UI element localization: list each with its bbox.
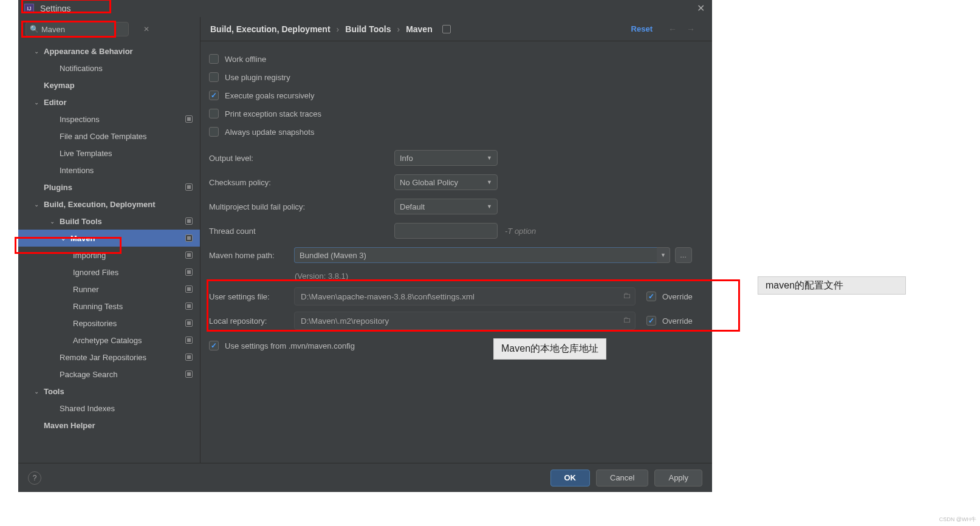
tree-inspections[interactable]: Inspections xyxy=(18,111,200,128)
main-header: Build, Execution, Deployment › Build Too… xyxy=(200,17,712,41)
search-box[interactable]: 🔍 ✕ xyxy=(26,22,129,36)
breadcrumb-c[interactable]: Maven xyxy=(406,24,433,34)
checkbox[interactable] xyxy=(209,341,219,350)
main-panel: Build, Execution, Deployment › Build Too… xyxy=(200,17,712,463)
checkbox[interactable] xyxy=(209,72,219,82)
project-badge-icon xyxy=(185,336,193,344)
tree-ignored-files[interactable]: Ignored Files xyxy=(18,264,200,281)
checkbox[interactable] xyxy=(209,109,219,118)
project-badge-icon xyxy=(185,371,193,378)
check-use-mvn-config[interactable]: Use settings from .mvn/maven.config xyxy=(209,336,700,355)
project-badge-icon xyxy=(442,25,451,33)
tree-editor[interactable]: ⌄Editor xyxy=(18,94,200,111)
select-multiproject[interactable]: Default▼ xyxy=(394,199,498,214)
check-always-update[interactable]: Always update snapshots xyxy=(209,123,700,141)
close-icon[interactable]: ✕ xyxy=(697,2,705,14)
breadcrumb-b[interactable]: Build Tools xyxy=(345,24,391,34)
breadcrumb: Build, Execution, Deployment › Build Too… xyxy=(210,24,631,34)
tree-running-tests[interactable]: Running Tests xyxy=(18,298,200,315)
chevron-down-icon: ▼ xyxy=(487,155,492,161)
check-print-exception[interactable]: Print exception stack traces xyxy=(209,104,700,123)
override-user-settings[interactable]: Override xyxy=(646,292,693,301)
checkbox[interactable] xyxy=(209,127,219,137)
tree-appearance[interactable]: ⌄Appearance & Behavior xyxy=(18,43,200,60)
project-badge-icon xyxy=(185,217,193,225)
project-badge-icon xyxy=(185,251,193,259)
tree-maven-helper[interactable]: Maven Helper xyxy=(18,417,200,434)
checkbox[interactable] xyxy=(646,292,656,301)
check-execute-goals[interactable]: Execute goals recursively xyxy=(209,86,700,104)
tree-package-search[interactable]: Package Search xyxy=(18,366,200,383)
row-user-settings: User settings file: 🗀 Override xyxy=(209,284,700,309)
watermark: CSDN @WH牛 xyxy=(939,516,976,524)
chevron-right-icon: › xyxy=(337,24,340,34)
ok-button[interactable]: OK xyxy=(550,470,591,487)
search-icon: 🔍 xyxy=(30,25,39,33)
input-thread-count[interactable] xyxy=(394,223,498,239)
reset-link[interactable]: Reset xyxy=(631,24,653,33)
tree-maven[interactable]: ⌄Maven xyxy=(18,230,200,247)
titlebar: IJ Settings ✕ xyxy=(18,0,712,17)
settings-sidebar: 🔍 ✕ ⌄Appearance & Behavior Notifications… xyxy=(18,17,200,463)
tree-plugins[interactable]: Plugins xyxy=(18,179,200,196)
nav-forward-icon[interactable]: → xyxy=(687,24,695,34)
thread-hint: -T option xyxy=(505,227,536,236)
tree-remote-jar[interactable]: Remote Jar Repositories xyxy=(18,349,200,366)
main-content: Work offline Use plugin registry Execute… xyxy=(200,41,712,463)
project-badge-icon xyxy=(185,115,193,123)
window-title: Settings xyxy=(40,4,71,13)
tree-repositories[interactable]: Repositories xyxy=(18,315,200,332)
tree-importing[interactable]: Importing xyxy=(18,247,200,264)
select-home-path[interactable]: Bundled (Maven 3) xyxy=(294,247,657,263)
settings-tree: ⌄Appearance & Behavior Notifications Key… xyxy=(18,39,200,463)
checkbox[interactable] xyxy=(646,316,656,326)
folder-icon[interactable]: 🗀 xyxy=(623,315,631,324)
chevron-down-icon: ▼ xyxy=(487,179,492,185)
tree-file-code-templates[interactable]: File and Code Templates xyxy=(18,128,200,145)
tree-runner[interactable]: Runner xyxy=(18,281,200,298)
tree-bed[interactable]: ⌄Build, Execution, Deployment xyxy=(18,196,200,213)
version-label: (Version: 3.8.1) xyxy=(209,267,700,284)
tree-keymap[interactable]: Keymap xyxy=(18,77,200,94)
project-badge-icon xyxy=(185,285,193,293)
home-path-dropdown[interactable]: ▼ xyxy=(657,247,670,263)
search-input[interactable] xyxy=(41,25,143,34)
select-output-level[interactable]: Info▼ xyxy=(394,150,498,166)
input-user-settings[interactable] xyxy=(294,287,636,306)
project-badge-icon xyxy=(185,268,193,276)
browse-button[interactable]: … xyxy=(675,247,692,263)
tree-archetype-catalogs[interactable]: Archetype Catalogs xyxy=(18,332,200,349)
chevron-down-icon: ▼ xyxy=(660,252,666,258)
help-icon[interactable]: ? xyxy=(28,471,41,485)
row-home-path: Maven home path: Bundled (Maven 3) ▼ … xyxy=(209,243,700,267)
select-checksum[interactable]: No Global Policy▼ xyxy=(394,174,498,190)
tree-live-templates[interactable]: Live Templates xyxy=(18,145,200,162)
tree-build-tools[interactable]: ⌄Build Tools xyxy=(18,213,200,230)
breadcrumb-a[interactable]: Build, Execution, Deployment xyxy=(210,24,331,34)
dialog-footer: ? OK Cancel Apply xyxy=(18,463,712,492)
project-badge-icon xyxy=(185,354,193,361)
tree-notifications[interactable]: Notifications xyxy=(18,60,200,77)
row-checksum: Checksum policy: No Global Policy▼ xyxy=(209,170,700,194)
row-thread-count: Thread count -T option xyxy=(209,219,700,243)
project-badge-icon xyxy=(185,234,193,242)
tree-intentions[interactable]: Intentions xyxy=(18,162,200,179)
checkbox[interactable] xyxy=(209,91,219,100)
check-use-plugin-registry[interactable]: Use plugin registry xyxy=(209,68,700,86)
settings-dialog: IJ Settings ✕ 🔍 ✕ ⌄Appearance & Behavior… xyxy=(18,0,712,492)
project-badge-icon xyxy=(185,319,193,327)
apply-button[interactable]: Apply xyxy=(654,470,702,487)
check-work-offline[interactable]: Work offline xyxy=(209,50,700,68)
folder-icon[interactable]: 🗀 xyxy=(623,291,631,300)
input-local-repo[interactable] xyxy=(294,312,636,330)
override-local-repo[interactable]: Override xyxy=(646,316,693,326)
checkbox[interactable] xyxy=(209,54,219,64)
tree-tools[interactable]: ⌄Tools xyxy=(18,383,200,400)
cancel-button[interactable]: Cancel xyxy=(596,470,648,487)
callout-local-repo: Maven的本地仓库地址 xyxy=(493,338,606,360)
nav-back-icon[interactable]: ← xyxy=(668,24,677,34)
chevron-right-icon: › xyxy=(397,24,400,34)
tree-shared-indexes[interactable]: Shared Indexes xyxy=(18,400,200,417)
clear-icon[interactable]: ✕ xyxy=(143,25,149,33)
row-local-repo: Local repository: 🗀 Override xyxy=(209,309,700,333)
